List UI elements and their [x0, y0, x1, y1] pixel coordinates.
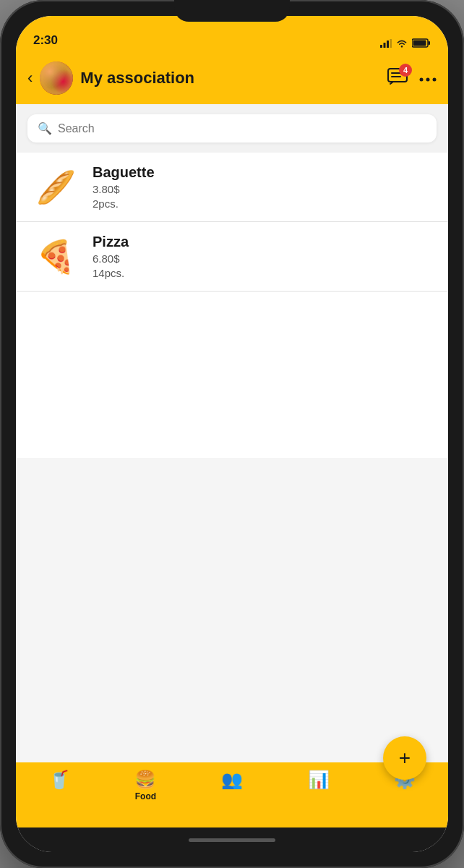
header-actions: 4 [387, 68, 437, 88]
back-button[interactable]: ‹ [27, 69, 33, 88]
battery-icon [412, 38, 431, 48]
status-icons [380, 38, 431, 48]
page-title: My association [80, 69, 380, 88]
svg-rect-6 [429, 41, 431, 45]
food-list: 🥖 Baguette 3.80$ 2pcs. 🍕 Pizza 6.80$ 14p… [16, 153, 448, 458]
svg-rect-1 [384, 43, 386, 48]
phone-screen: 2:30 [16, 16, 448, 852]
more-button[interactable] [419, 72, 437, 85]
home-bar [189, 838, 275, 842]
messages-button[interactable]: 4 [387, 68, 408, 88]
header: ‹ My association 4 [16, 52, 448, 104]
baguette-image: 🥖 [30, 169, 81, 205]
stats-icon: 📊 [308, 770, 330, 790]
baguette-name: Baguette [93, 164, 155, 181]
food-label: Food [135, 791, 156, 801]
pizza-name: Pizza [93, 234, 129, 250]
drinks-icon: 🥤 [48, 770, 70, 790]
search-input[interactable] [58, 122, 426, 135]
baguette-price: 3.80$ [93, 183, 155, 195]
signal-icon [380, 39, 392, 48]
nav-item-food[interactable]: 🍔 Food [103, 770, 189, 801]
phone-frame: 2:30 [0, 0, 464, 868]
more-icon [419, 77, 437, 82]
search-icon: 🔍 [38, 122, 52, 135]
bottom-nav: 🥤 🍔 Food 👥 📊 ⚙️ [16, 762, 448, 827]
search-box: 🔍 [27, 114, 437, 142]
svg-rect-3 [390, 39, 392, 48]
pizza-info: Pizza 6.80$ 14pcs. [93, 234, 129, 279]
svg-point-4 [401, 46, 403, 47]
list-item[interactable]: 🥖 Baguette 3.80$ 2pcs. [16, 153, 448, 222]
food-icon: 🍔 [134, 770, 156, 790]
svg-point-12 [426, 78, 430, 82]
nav-item-stats[interactable]: 📊 [275, 770, 362, 791]
svg-rect-2 [387, 41, 389, 48]
baguette-info: Baguette 3.80$ 2pcs. [93, 164, 155, 210]
nav-item-members[interactable]: 👥 [189, 770, 275, 791]
svg-rect-7 [413, 41, 426, 46]
phone-notch [174, 0, 290, 22]
pizza-price: 6.80$ [93, 252, 129, 265]
nav-item-drinks[interactable]: 🥤 [16, 770, 103, 791]
baguette-qty: 2pcs. [93, 197, 155, 210]
svg-point-13 [433, 78, 437, 82]
list-item[interactable]: 🍕 Pizza 6.80$ 14pcs. [16, 222, 448, 292]
svg-point-11 [420, 78, 424, 82]
avatar[interactable] [40, 61, 73, 95]
search-container: 🔍 [16, 104, 448, 153]
message-badge: 4 [399, 64, 412, 77]
status-time: 2:30 [33, 33, 58, 48]
svg-rect-0 [380, 45, 382, 48]
members-icon: 👥 [221, 770, 243, 790]
add-button[interactable]: + [383, 736, 426, 780]
pizza-image: 🍕 [30, 239, 81, 275]
pizza-qty: 14pcs. [93, 267, 129, 279]
empty-area [16, 458, 448, 763]
wifi-icon [396, 39, 408, 48]
home-indicator [16, 827, 448, 852]
